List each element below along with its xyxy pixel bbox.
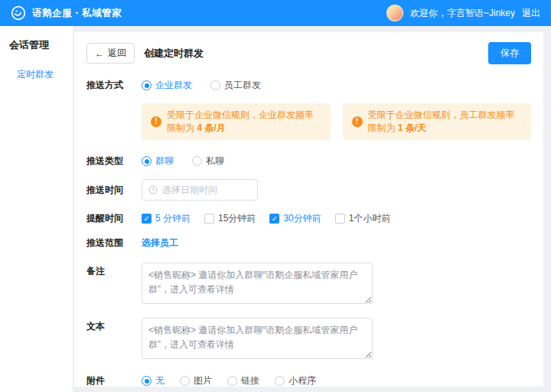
remind-time-row: 提醒时间 5 分钟前 15分钟前 30分钟前 — [86, 212, 531, 225]
attachment-option-miniprogram[interactable]: 小程序 — [275, 374, 316, 387]
radio-label: 私聊 — [206, 155, 224, 168]
back-arrow-icon: ← — [95, 48, 104, 59]
push-time-label: 推送时间 — [86, 184, 129, 197]
radio-label: 员工群发 — [224, 79, 261, 92]
radio-label: 链接 — [241, 374, 259, 387]
push-type-option-group-chat[interactable]: 群聊 — [142, 155, 174, 168]
save-button[interactable]: 保存 — [488, 42, 531, 64]
radio-icon — [275, 376, 285, 386]
text-label: 文本 — [86, 318, 129, 333]
attachment-label: 附件 — [86, 374, 129, 387]
push-type-label: 推送类型 — [86, 155, 129, 168]
warning-text: 受限于企业微信规则，员工群发频率限制为 1 条/天 — [368, 109, 523, 135]
radio-label: 群聊 — [155, 155, 174, 168]
remind-time-label: 提醒时间 — [86, 212, 129, 225]
warning-icon — [352, 116, 363, 127]
radio-icon — [142, 156, 152, 166]
topbar-user-group: 欢迎你，字言智语~Jinkey 退出 — [386, 5, 540, 21]
warnings-row: 受限于企业微信规则，企业群发频率限制为 4 条/月 受限于企业微信规则，员工群发… — [86, 103, 531, 140]
push-time-row: 推送时间 — [86, 179, 531, 201]
warning-alerts: 受限于企业微信规则，企业群发频率限制为 4 条/月 受限于企业微信规则，员工群发… — [142, 103, 531, 140]
radio-label: 小程序 — [289, 374, 316, 387]
radio-icon — [192, 156, 202, 166]
attachment-options: 无 图片 链接 小程序 — [142, 374, 334, 387]
push-time-picker[interactable] — [142, 179, 258, 201]
checkbox-icon — [335, 214, 345, 224]
layout: 会话管理 定时群发 ← 返回 创建定时群发 保存 推送方式 企业群发 — [0, 26, 551, 392]
back-button[interactable]: ← 返回 — [86, 43, 135, 64]
radio-label: 企业群发 — [155, 79, 192, 92]
back-button-label: 返回 — [108, 47, 126, 60]
push-range-label: 推送范围 — [86, 237, 129, 250]
checkbox-label: 5 分钟前 — [155, 212, 191, 225]
main-area: ← 返回 创建定时群发 保存 推送方式 企业群发 员工群发 — [73, 26, 551, 392]
warning-alert-enterprise: 受限于企业微信规则，企业群发频率限制为 4 条/月 — [142, 103, 331, 140]
push-method-label: 推送方式 — [86, 79, 129, 92]
topbar: 语鹅企服・私域管家 欢迎你，字言智语~Jinkey 退出 — [0, 0, 551, 26]
welcome-text: 欢迎你，字言智语~Jinkey — [410, 7, 515, 20]
remark-label: 备注 — [86, 263, 129, 278]
warning-text: 受限于企业微信规则，企业群发频率限制为 4 条/月 — [167, 109, 321, 135]
warning-alert-employee: 受限于企业微信规则，员工群发频率限制为 1 条/天 — [343, 103, 532, 140]
remind-option-1hour[interactable]: 1个小时前 — [335, 212, 391, 225]
topbar-brand-group: 语鹅企服・私域管家 — [11, 5, 122, 21]
page-title: 创建定时群发 — [144, 47, 204, 60]
warning-text-highlight: 4 条/月 — [197, 122, 225, 133]
checkbox-label: 30分钟前 — [283, 212, 321, 225]
remark-textarea[interactable]: <销售昵称> 邀请你加入群聊“语鹅企服私域管家用户群”，进入可查看详情 — [142, 263, 373, 304]
logo-icon — [11, 5, 26, 21]
attachment-option-none[interactable]: 无 — [142, 374, 165, 387]
checkbox-icon — [269, 214, 279, 224]
content-card: ← 返回 创建定时群发 保存 推送方式 企业群发 员工群发 — [74, 32, 543, 387]
radio-label: 图片 — [194, 374, 212, 387]
checkbox-label: 1个小时前 — [349, 212, 391, 225]
card-header: ← 返回 创建定时群发 — [86, 43, 531, 64]
radio-icon — [210, 80, 220, 90]
remark-row: 备注 <销售昵称> 邀请你加入群聊“语鹅企服私域管家用户群”，进入可查看详情 — [86, 263, 531, 304]
attachment-row: 附件 无 图片 链接 小程序 — [86, 374, 531, 387]
radio-icon — [180, 376, 190, 386]
attachment-option-link[interactable]: 链接 — [227, 374, 259, 387]
attachment-option-image[interactable]: 图片 — [180, 374, 212, 387]
warning-text-prefix: 受限于企业微信规则，企业群发频率限制为 — [167, 109, 314, 133]
warning-icon — [151, 116, 161, 127]
radio-icon — [142, 376, 152, 386]
text-row: 文本 <销售昵称> 邀请你加入群聊“语鹅企服私域管家用户群”，进入可查看详情 — [86, 318, 531, 359]
remind-option-30min[interactable]: 30分钟前 — [269, 212, 321, 225]
remind-time-options: 5 分钟前 15分钟前 30分钟前 1个小时前 — [142, 212, 404, 225]
push-method-option-enterprise[interactable]: 企业群发 — [142, 79, 192, 92]
logout-button[interactable]: 退出 — [522, 7, 540, 20]
checkbox-icon — [142, 214, 152, 224]
push-method-row: 推送方式 企业群发 员工群发 — [86, 79, 531, 92]
checkbox-label: 15分钟前 — [218, 212, 256, 225]
sidebar-item-scheduled-group-send[interactable]: 定时群发 — [0, 64, 73, 85]
sidebar: 会话管理 定时群发 — [0, 26, 73, 392]
push-range-row: 推送范围 选择员工 — [86, 237, 531, 250]
checkbox-icon — [204, 214, 214, 224]
radio-icon — [142, 80, 152, 90]
warning-text-prefix: 受限于企业微信规则，员工群发频率限制为 — [368, 109, 515, 133]
clock-icon — [148, 185, 158, 194]
radio-label: 无 — [155, 374, 165, 387]
push-method-options: 企业群发 员工群发 — [142, 79, 279, 92]
sidebar-section-title: 会话管理 — [0, 38, 73, 64]
remind-option-5min[interactable]: 5 分钟前 — [142, 212, 191, 225]
brand-title: 语鹅企服・私域管家 — [32, 7, 122, 20]
push-type-row: 推送类型 群聊 私聊 — [86, 155, 531, 168]
avatar — [386, 5, 403, 21]
push-method-option-employee[interactable]: 员工群发 — [210, 79, 261, 92]
push-time-input[interactable] — [162, 185, 251, 195]
text-textarea[interactable]: <销售昵称> 邀请你加入群聊“语鹅企服私域管家用户群”，进入可查看详情 — [142, 318, 373, 359]
select-employee-link[interactable]: 选择员工 — [142, 237, 178, 250]
warning-text-highlight: 1 条/天 — [398, 122, 426, 133]
radio-icon — [227, 376, 237, 386]
push-type-option-private-chat[interactable]: 私聊 — [192, 155, 224, 168]
push-type-options: 群聊 私聊 — [142, 155, 243, 168]
remind-option-15min[interactable]: 15分钟前 — [204, 212, 256, 225]
